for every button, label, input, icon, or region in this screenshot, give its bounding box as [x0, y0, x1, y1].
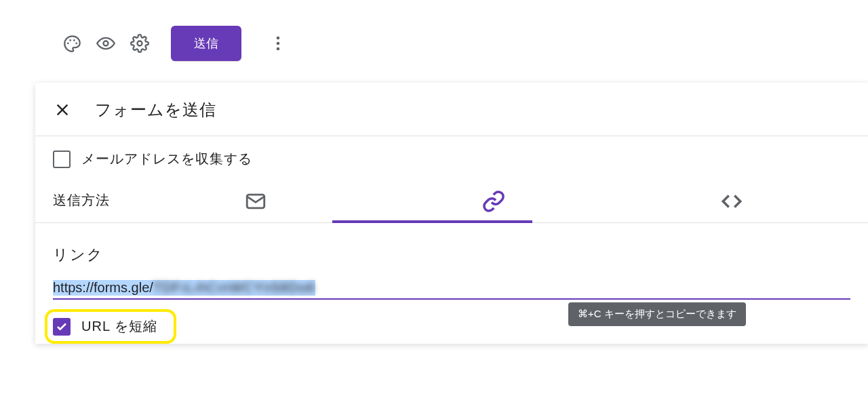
svg-point-3 — [75, 42, 77, 44]
send-method-row: 送信方法 — [35, 183, 868, 223]
svg-point-7 — [277, 42, 280, 45]
svg-point-4 — [104, 41, 108, 46]
shorten-url-highlight: URL を短縮 — [45, 309, 176, 344]
active-tab-indicator — [332, 220, 532, 223]
send-button[interactable]: 送信 — [171, 26, 241, 61]
url-options-row: URL を短縮 ⌘+C キーを押すとコピーできます — [35, 300, 868, 344]
send-method-tabs — [137, 190, 850, 222]
send-method-label: 送信方法 — [53, 191, 110, 222]
preview-icon[interactable] — [96, 34, 115, 53]
close-icon[interactable] — [53, 100, 72, 119]
collect-email-checkbox[interactable] — [53, 151, 71, 168]
palette-icon[interactable] — [62, 34, 81, 53]
svg-point-2 — [73, 39, 75, 41]
send-form-dialog: フォームを送信 メールアドレスを収集する 送信方法 — [35, 83, 868, 344]
url-code: TDFıLıhCınWCYn58Do6 — [153, 280, 315, 295]
dialog-title: フォームを送信 — [95, 99, 216, 121]
share-url-field[interactable]: https://forms.gle/TDFıLıhCınWCYn58Do6 — [53, 280, 850, 300]
collect-email-row: メールアドレスを収集する — [35, 136, 868, 183]
tab-email[interactable] — [137, 190, 375, 222]
svg-point-5 — [138, 41, 142, 46]
shorten-url-label: URL を短縮 — [81, 317, 157, 336]
url-prefix: https://forms.gle/ — [53, 280, 153, 295]
svg-point-8 — [277, 47, 280, 51]
gear-icon[interactable] — [130, 34, 149, 53]
top-toolbar: 送信 — [0, 0, 868, 68]
copy-tooltip: ⌘+C キーを押すとコピーできます — [568, 302, 746, 326]
link-section-title: リンク — [35, 223, 868, 280]
svg-point-6 — [277, 37, 280, 40]
svg-point-1 — [69, 39, 71, 41]
collect-email-label: メールアドレスを収集する — [81, 150, 252, 168]
dialog-header: フォームを送信 — [35, 83, 868, 136]
tab-embed[interactable] — [612, 190, 850, 222]
more-icon[interactable] — [269, 34, 288, 53]
svg-point-0 — [66, 42, 68, 44]
tab-link[interactable] — [375, 190, 613, 222]
shorten-url-checkbox[interactable] — [53, 318, 71, 336]
